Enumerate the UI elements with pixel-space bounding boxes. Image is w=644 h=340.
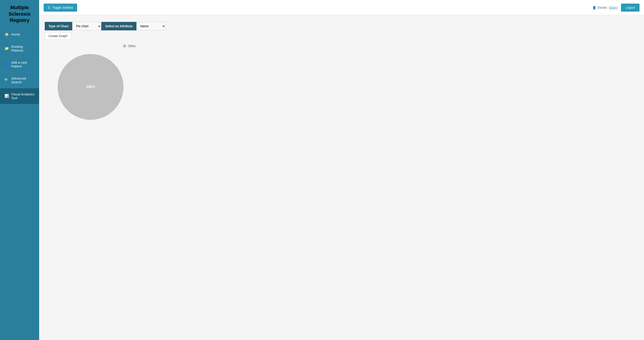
sidebar-label-visual-analytics: Visual Analytics Tool <box>11 92 35 100</box>
folder-icon: 📁 <box>4 46 9 50</box>
pie-chart: 100% <box>56 52 125 121</box>
doctor-info: 👤 Doctor: EliasV <box>592 6 618 9</box>
sidebar-label-home: Home <box>11 32 20 36</box>
select-attribute-label: Select an Attribute <box>101 22 136 30</box>
home-icon: 🏠 <box>4 32 9 36</box>
sidebar-item-add-patient[interactable]: 👤 Add a new Patient <box>0 56 39 72</box>
user-section: 👤 Doctor: EliasV Logout <box>592 3 640 11</box>
main-content: ☰ Toggle Sidebar 👤 Doctor: EliasV Logout… <box>39 0 644 340</box>
sidebar-label-advanced-search: Advanced Search <box>11 76 35 84</box>
toggle-sidebar-label: Toggle Sidebar <box>52 6 73 9</box>
legend-dot <box>123 44 126 47</box>
sidebar-item-visual-analytics[interactable]: 📊 Visual Analytics Tool <box>0 88 39 104</box>
sidebar-label-existing-patients: Existing Patients <box>11 45 35 52</box>
sidebar-item-existing-patients[interactable]: 📁 Existing Patients <box>0 41 39 56</box>
create-graph-button[interactable]: Create Graph <box>45 32 71 40</box>
svg-point-0 <box>58 54 124 120</box>
menu-icon: ☰ <box>48 6 50 9</box>
sidebar-nav: 🏠 Home 📁 Existing Patients 👤 Add a new P… <box>0 28 39 340</box>
type-of-chart-label: Type of Chart <box>45 22 72 30</box>
doctor-prefix: Doctor: <box>598 6 608 9</box>
sidebar-item-home[interactable]: 🏠 Home <box>0 28 39 41</box>
chart-icon: 📊 <box>4 94 9 98</box>
add-user-icon: 👤 <box>4 62 9 66</box>
chart-type-select[interactable]: Pie chart Bar chart Line chart <box>72 22 101 30</box>
page-content: Type of Chart Pie chart Bar chart Line c… <box>39 15 644 340</box>
sidebar: Multiple Sclerosis Registry 🏠 Home 📁 Exi… <box>0 0 39 340</box>
legend-label: Other <box>128 44 136 48</box>
sidebar-item-advanced-search[interactable]: 🔍 Advanced Search <box>0 72 39 88</box>
chart-area: Other 100% <box>45 44 638 121</box>
app-title: Multiple Sclerosis Registry <box>0 0 39 28</box>
topbar: ☰ Toggle Sidebar 👤 Doctor: EliasV Logout <box>39 0 644 15</box>
logout-button[interactable]: Logout <box>621 3 640 11</box>
sidebar-label-add-patient: Add a new Patient <box>11 60 35 68</box>
attribute-select[interactable]: Name Age Gender Diagnosis <box>136 22 166 30</box>
pie-chart-container: 100% <box>56 52 125 121</box>
search-icon: 🔍 <box>4 78 9 82</box>
doctor-name-link[interactable]: EliasV <box>609 6 618 9</box>
user-icon: 👤 <box>592 6 596 9</box>
chart-controls: Type of Chart Pie chart Bar chart Line c… <box>45 22 638 30</box>
chart-legend: Other <box>123 44 136 48</box>
toggle-sidebar-button[interactable]: ☰ Toggle Sidebar <box>44 3 77 11</box>
